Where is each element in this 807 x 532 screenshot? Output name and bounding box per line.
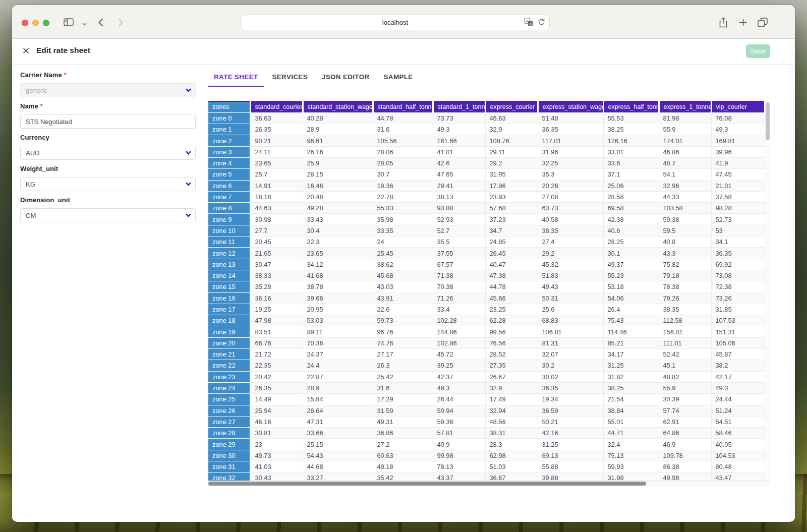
zoom-window-button[interactable] xyxy=(43,20,49,26)
save-button[interactable]: Save xyxy=(746,44,770,58)
rate-cell: 21.01 xyxy=(711,180,765,191)
rate-cell: 29.11 xyxy=(485,146,538,157)
rate-table-viewport: zonesstandard_courierstandard_station_wa… xyxy=(208,101,770,481)
select-value: generic xyxy=(26,87,47,94)
tab-services[interactable]: SERVICES xyxy=(267,73,313,87)
rate-cell: 40.6 xyxy=(603,225,659,236)
tab-sample[interactable]: SAMPLE xyxy=(378,73,419,87)
rate-cell: 33.66 xyxy=(303,428,373,439)
translate-icon[interactable]: A a xyxy=(524,18,533,28)
currency-select[interactable]: AUD xyxy=(20,146,196,160)
rate-cell: 74.76 xyxy=(373,337,433,348)
rate-cell: 83.51 xyxy=(250,326,303,337)
rate-cell: 21.65 xyxy=(250,248,303,259)
rate-cell: 47.31 xyxy=(303,416,373,427)
zone-cell: zone 18 xyxy=(208,315,250,326)
address-bar[interactable]: localhost A a xyxy=(241,15,550,30)
rate-cell: 22.87 xyxy=(303,371,373,382)
field-label-text: Name xyxy=(20,102,38,110)
rate-cell: 34.12 xyxy=(303,259,373,270)
close-window-button[interactable] xyxy=(22,20,28,26)
rate-cell: 93.88 xyxy=(433,203,485,214)
zone-cell: zone 1 xyxy=(208,124,250,135)
rate-cell: 59.5 xyxy=(659,225,711,236)
rate-cell: 111.01 xyxy=(659,337,711,348)
rate-cell: 112.58 xyxy=(659,315,711,326)
rate-cell: 29.2 xyxy=(485,157,538,168)
rate-cell: 114.46 xyxy=(603,326,659,337)
rate-cell: 69.58 xyxy=(603,203,659,214)
rate-cell: 49.43 xyxy=(538,281,603,292)
close-drawer-icon[interactable] xyxy=(22,47,30,54)
rate-cell: 40.58 xyxy=(538,214,603,225)
rate-cell: 43.47 xyxy=(711,472,765,481)
rate-cell: 49.98 xyxy=(659,472,711,481)
rate-cell: 44.78 xyxy=(373,112,433,124)
field-label-text: Carrier Name xyxy=(20,71,62,79)
dimension-unit-select[interactable]: CM xyxy=(20,208,196,222)
tab-rate-sheet[interactable]: RATE SHEET xyxy=(208,73,264,87)
rate-cell: 29.41 xyxy=(433,180,485,191)
rate-cell: 43.37 xyxy=(433,472,485,481)
rate-cell: 48.82 xyxy=(659,371,711,382)
new-tab-icon[interactable] xyxy=(737,17,748,27)
rate-cell: 33.4 xyxy=(433,304,485,315)
rate-cell: 25.42 xyxy=(373,371,433,382)
rate-cell: 22.6 xyxy=(373,304,433,315)
rate-cell: 20.48 xyxy=(303,191,373,202)
vertical-scrollbar[interactable] xyxy=(765,101,770,481)
rate-cell: 26.3 xyxy=(373,360,433,371)
column-header-standard-half-tonne: standard_half_tonne xyxy=(373,101,433,112)
reload-icon[interactable] xyxy=(538,18,545,27)
rate-cell: 38.33 xyxy=(250,270,303,281)
zone-cell: zone 32 xyxy=(208,472,250,481)
zone-cell: zone 13 xyxy=(208,259,250,270)
table-row: zone 3049.7354.4360.6399.9862.9869.1375.… xyxy=(208,450,765,461)
rate-cell: 55.9 xyxy=(659,124,711,135)
rate-cell: 51.24 xyxy=(711,405,765,416)
back-icon[interactable] xyxy=(95,17,106,27)
rate-cell: 30.02 xyxy=(538,371,603,382)
header-row: zonesstandard_courierstandard_station_wa… xyxy=(208,101,765,112)
rate-cell: 32.94 xyxy=(485,405,538,416)
rate-cell: 75.82 xyxy=(659,259,711,270)
rate-cell: 20.45 xyxy=(250,237,303,248)
weight-unit-select[interactable]: KG xyxy=(20,177,196,191)
rate-cell: 28.52 xyxy=(485,349,538,360)
rate-cell: 29.2 xyxy=(538,248,603,259)
rate-cell: 55.23 xyxy=(603,270,659,281)
rate-cell: 36.35 xyxy=(711,248,765,259)
share-icon[interactable] xyxy=(718,17,729,27)
rate-cell: 38.35 xyxy=(538,225,603,236)
rate-table: zonesstandard_courierstandard_station_wa… xyxy=(208,101,766,481)
table-row: zone 290.2196.61105.56161.66108.76117.01… xyxy=(208,135,765,146)
rate-cell: 24.37 xyxy=(303,349,373,360)
tab-overview-icon[interactable] xyxy=(757,17,768,27)
rate-cell: 36.63 xyxy=(250,112,303,124)
zone-cell: zone 0 xyxy=(208,112,250,124)
forward-icon[interactable] xyxy=(115,17,126,27)
vertical-scrollbar-thumb[interactable] xyxy=(766,102,770,140)
rate-cell: 26.44 xyxy=(433,394,485,405)
horizontal-scrollbar-thumb[interactable] xyxy=(208,482,646,486)
rate-cell: 31.6 xyxy=(373,382,433,393)
rate-cell: 62.98 xyxy=(485,450,538,461)
rate-cell: 75.13 xyxy=(603,450,659,461)
horizontal-scrollbar[interactable] xyxy=(208,481,770,486)
rate-cell: 49.18 xyxy=(373,461,433,472)
minimize-window-button[interactable] xyxy=(32,20,39,26)
rate-cell: 36.59 xyxy=(538,405,603,416)
rate-cell: 32.4 xyxy=(603,439,659,450)
sidebar-toggle-icon[interactable] xyxy=(63,17,74,27)
rate-cell: 20.95 xyxy=(303,304,373,315)
rate-cell: 54.06 xyxy=(603,292,659,304)
carrier-name-select[interactable]: generic xyxy=(20,83,196,97)
rate-cell: 32.9 xyxy=(485,124,538,135)
rate-cell: 38.31 xyxy=(485,428,538,439)
tab-json-editor[interactable]: JSON EDITOR xyxy=(316,73,375,87)
page-scrollbar[interactable] xyxy=(789,39,795,521)
chevron-down-icon[interactable] xyxy=(79,19,90,29)
rate-cell: 108.76 xyxy=(485,135,538,146)
name-input[interactable] xyxy=(20,114,196,129)
rate-cell: 96.76 xyxy=(373,326,433,337)
